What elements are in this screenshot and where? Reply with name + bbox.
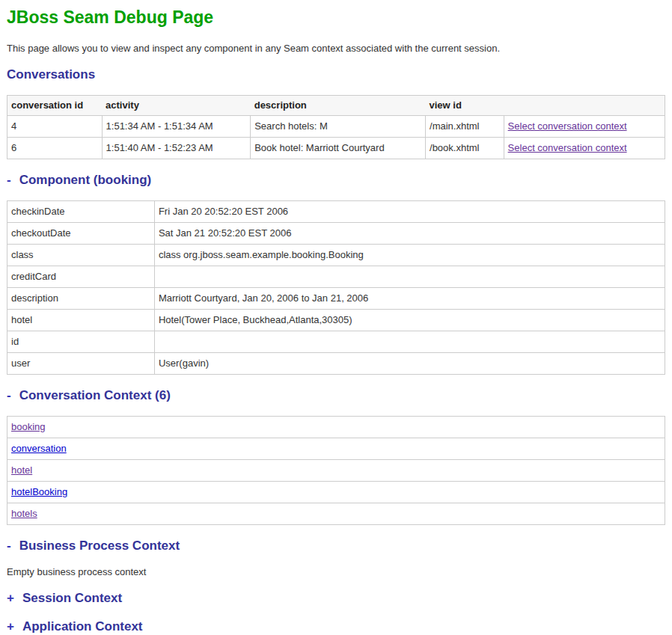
property-value-cell: Hotel(Tower Place, Buckhead,Atlanta,3030…: [154, 310, 665, 331]
context-component-link[interactable]: conversation: [11, 443, 67, 454]
col-header-activity: activity: [102, 96, 251, 116]
activity-cell: 1:51:34 AM - 1:51:34 AM: [102, 116, 251, 138]
description-cell: Search hotels: M: [251, 116, 426, 138]
activity-cell: 1:51:40 AM - 1:52:23 AM: [102, 138, 251, 159]
property-key-cell: description: [7, 288, 155, 310]
conversation-context-table: booking conversation hotel hotelBooking …: [7, 416, 665, 525]
context-link-row: hotelBooking: [7, 482, 665, 503]
action-cell: Select conversation context: [504, 138, 665, 159]
property-row: description Marriott Courtyard, Jan 20, …: [7, 288, 665, 310]
property-row: user User(gavin): [7, 353, 665, 375]
property-value-cell: User(gavin): [154, 353, 665, 375]
property-row: checkoutDate Sat Jan 21 20:52:20 EST 200…: [7, 223, 665, 245]
action-cell: Select conversation context: [504, 116, 665, 138]
context-link-cell: conversation: [7, 438, 665, 460]
component-heading-label: Component (booking): [19, 173, 152, 187]
view-id-cell: /book.xhtml: [426, 138, 504, 159]
col-header-action: [504, 96, 665, 116]
view-id-cell: /main.xhtml: [426, 116, 504, 138]
business-process-heading-label: Business Process Context: [19, 539, 180, 553]
context-link-row: hotels: [7, 503, 665, 525]
property-value-cell: Fri Jan 20 20:52:20 EST 2006: [154, 201, 665, 223]
business-process-context-heading: -Business Process Context: [7, 539, 665, 553]
context-link-cell: booking: [7, 417, 665, 438]
property-row: hotel Hotel(Tower Place, Buckhead,Atlant…: [7, 310, 665, 331]
select-conversation-context-link[interactable]: Select conversation context: [508, 120, 627, 132]
property-row: id: [7, 331, 665, 353]
property-key-cell: checkoutDate: [7, 223, 155, 245]
property-key-cell: user: [7, 353, 155, 375]
component-section-heading: -Component (booking): [7, 173, 665, 188]
page-title: JBoss Seam Debug Page: [7, 7, 665, 28]
property-value-cell: [154, 331, 665, 353]
property-value-cell: class org.jboss.seam.example.booking.Boo…: [154, 245, 665, 266]
component-properties-table: checkinDate Fri Jan 20 20:52:20 EST 2006…: [7, 200, 665, 375]
application-context-heading: +Application Context: [7, 619, 665, 634]
conversations-header-row: conversation id activity description vie…: [7, 96, 665, 116]
conversations-table: conversation id activity description vie…: [7, 95, 665, 159]
property-row: creditCard: [7, 266, 665, 288]
property-row: class class org.jboss.seam.example.booki…: [7, 245, 665, 266]
conversation-context-heading-label: Conversation Context (6): [19, 388, 171, 402]
session-context-heading-label: Session Context: [22, 591, 122, 605]
context-component-link[interactable]: hotels: [11, 508, 37, 519]
property-key-cell: id: [7, 331, 155, 353]
collapse-toggle-icon[interactable]: -: [7, 539, 11, 553]
property-value-cell: Sat Jan 21 20:52:20 EST 2006: [154, 223, 665, 245]
property-key-cell: class: [7, 245, 155, 266]
context-component-link[interactable]: booking: [11, 421, 46, 432]
intro-text: This page allows you to view and inspect…: [7, 43, 665, 54]
context-link-row: booking: [7, 417, 665, 438]
col-header-description: description: [251, 96, 426, 116]
context-link-cell: hotel: [7, 460, 665, 482]
context-link-row: conversation: [7, 438, 665, 460]
collapse-toggle-icon[interactable]: -: [7, 388, 11, 403]
property-row: checkinDate Fri Jan 20 20:52:20 EST 2006: [7, 201, 665, 223]
context-link-cell: hotels: [7, 503, 665, 525]
property-value-cell: Marriott Courtyard, Jan 20, 2006 to Jan …: [154, 288, 665, 310]
empty-business-process-message: Empty business process context: [7, 566, 665, 577]
application-context-heading-label: Application Context: [22, 619, 143, 634]
select-conversation-context-link[interactable]: Select conversation context: [508, 142, 627, 153]
context-component-link[interactable]: hotelBooking: [11, 486, 67, 497]
conversation-id-cell: 6: [7, 138, 103, 159]
property-key-cell: creditCard: [7, 266, 155, 288]
col-header-conversation-id: conversation id: [7, 96, 103, 116]
session-context-heading: +Session Context: [7, 591, 665, 606]
conversation-row: 6 1:51:40 AM - 1:52:23 AM Book hotel: Ma…: [7, 138, 665, 159]
property-value-cell: [154, 266, 665, 288]
conversations-heading: Conversations: [7, 67, 665, 82]
conversation-context-heading: -Conversation Context (6): [7, 388, 665, 403]
context-link-cell: hotelBooking: [7, 482, 665, 503]
col-header-view-id: view id: [426, 96, 504, 116]
property-key-cell: hotel: [7, 310, 155, 331]
context-link-row: hotel: [7, 460, 665, 482]
conversation-id-cell: 4: [7, 116, 103, 138]
expand-toggle-icon[interactable]: +: [7, 619, 14, 634]
context-component-link[interactable]: hotel: [11, 464, 32, 476]
expand-toggle-icon[interactable]: +: [7, 591, 14, 606]
collapse-toggle-icon[interactable]: -: [7, 173, 11, 188]
conversation-row: 4 1:51:34 AM - 1:51:34 AM Search hotels:…: [7, 116, 665, 138]
description-cell: Book hotel: Marriott Courtyard: [251, 138, 426, 159]
property-key-cell: checkinDate: [7, 201, 155, 223]
